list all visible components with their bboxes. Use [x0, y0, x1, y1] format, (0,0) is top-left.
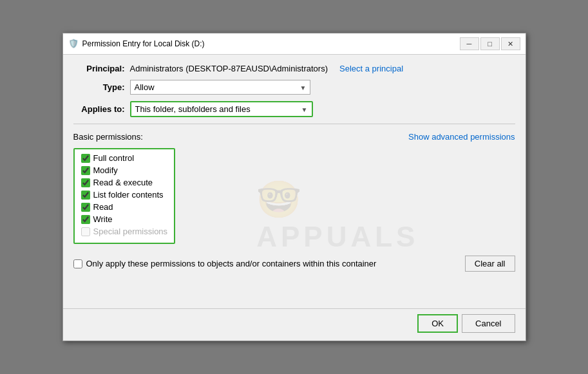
- window-title: Permission Entry for Local Disk (D:): [82, 39, 205, 48]
- perm-write-checkbox[interactable]: [81, 215, 90, 224]
- ok-button[interactable]: OK: [417, 314, 458, 333]
- window-icon: 🛡️: [68, 39, 79, 49]
- perm-special: Special permissions: [81, 227, 168, 236]
- bottom-row: Only apply these permissions to objects …: [73, 256, 515, 272]
- principal-value: Administrators (DESKTOP-87EAUSD\Administ…: [130, 64, 328, 73]
- main-window: 🛡️ Permission Entry for Local Disk (D:) …: [62, 33, 526, 341]
- only-apply-row: Only apply these permissions to objects …: [73, 259, 377, 268]
- watermark-text: APPUALS: [256, 221, 419, 252]
- perm-modify-checkbox[interactable]: [81, 166, 90, 175]
- title-bar: 🛡️ Permission Entry for Local Disk (D:) …: [63, 33, 526, 55]
- only-apply-label: Only apply these permissions to objects …: [86, 259, 377, 268]
- title-bar-controls: ─ □ ✕: [460, 37, 520, 50]
- perm-full-control-label: Full control: [93, 153, 135, 163]
- permissions-box: Full control Modify Read & execute List …: [73, 148, 176, 244]
- type-row: Type: Allow Deny ▼: [73, 80, 515, 95]
- main-content: 🤓 APPUALS Basic permissions: Show advanc…: [73, 132, 515, 299]
- perm-write-label: Write: [93, 214, 113, 224]
- close-button[interactable]: ✕: [501, 37, 520, 50]
- perm-read-checkbox[interactable]: [81, 203, 90, 212]
- section-title: Basic permissions:: [73, 132, 143, 142]
- perm-modify: Modify: [81, 165, 168, 175]
- window-body: Principal: Administrators (DESKTOP-87EAU…: [63, 55, 526, 308]
- select-principal-link[interactable]: Select a principal: [339, 64, 403, 73]
- minimize-button[interactable]: ─: [460, 37, 479, 50]
- watermark-icon: 🤓: [256, 178, 301, 221]
- show-advanced-link[interactable]: Show advanced permissions: [408, 132, 515, 142]
- footer: OK Cancel: [63, 308, 526, 341]
- perm-full-control-checkbox[interactable]: [81, 154, 90, 163]
- applies-to-label: Applies to:: [73, 104, 125, 114]
- type-label: Type:: [73, 82, 125, 92]
- principal-label: Principal:: [73, 64, 125, 73]
- perm-list-folder-checkbox[interactable]: [81, 191, 90, 200]
- cancel-button[interactable]: Cancel: [462, 314, 515, 333]
- section-header: Basic permissions: Show advanced permiss…: [73, 132, 515, 142]
- perm-read-execute: Read & execute: [81, 178, 168, 187]
- perm-list-folder-label: List folder contents: [93, 190, 164, 200]
- principal-row: Principal: Administrators (DESKTOP-87EAU…: [73, 64, 515, 73]
- perm-full-control: Full control: [81, 153, 168, 163]
- only-apply-checkbox[interactable]: [73, 259, 82, 268]
- perm-read-label: Read: [93, 202, 113, 212]
- perm-modify-label: Modify: [93, 165, 118, 175]
- applies-to-row: Applies to: This folder, subfolders and …: [73, 101, 515, 117]
- perm-list-folder: List folder contents: [81, 190, 168, 200]
- watermark: 🤓 APPUALS: [256, 178, 455, 253]
- perm-special-label: Special permissions: [93, 227, 168, 236]
- applies-to-select[interactable]: This folder, subfolders and files This f…: [131, 102, 312, 116]
- maximize-button[interactable]: □: [480, 37, 500, 50]
- title-bar-left: 🛡️ Permission Entry for Local Disk (D:): [68, 39, 205, 49]
- perm-read-execute-label: Read & execute: [93, 178, 153, 187]
- perm-read: Read: [81, 202, 168, 212]
- type-select[interactable]: Allow Deny: [130, 80, 310, 95]
- perm-write: Write: [81, 214, 168, 224]
- perm-special-checkbox: [81, 227, 90, 236]
- clear-all-button[interactable]: Clear all: [465, 256, 515, 272]
- perm-read-execute-checkbox[interactable]: [81, 178, 90, 187]
- applies-to-select-wrapper: This folder, subfolders and files This f…: [130, 101, 313, 117]
- type-select-wrapper: Allow Deny ▼: [130, 80, 310, 95]
- separator: [73, 124, 515, 124]
